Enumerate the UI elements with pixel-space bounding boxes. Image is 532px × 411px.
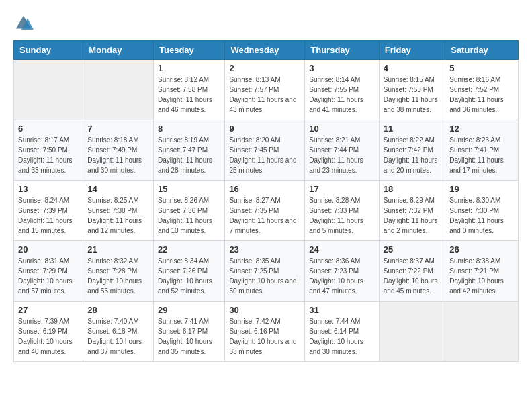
day-number: 25: [384, 244, 441, 255]
calendar-day-cell: 8Sunrise: 8:19 AMSunset: 7:47 PMDaylight…: [154, 120, 225, 181]
day-info: Sunrise: 8:29 AMSunset: 7:32 PMDaylight:…: [384, 195, 441, 236]
calendar-table: SundayMondayTuesdayWednesdayThursdayFrid…: [13, 40, 519, 362]
calendar-day-cell: 23Sunrise: 8:35 AMSunset: 7:25 PMDayligh…: [225, 241, 305, 302]
calendar-day-cell: 28Sunrise: 7:40 AMSunset: 6:18 PMDayligh…: [83, 302, 154, 362]
calendar-week-row: 6Sunrise: 8:17 AMSunset: 7:50 PMDaylight…: [14, 120, 519, 181]
day-info: Sunrise: 8:35 AMSunset: 7:25 PMDaylight:…: [229, 256, 300, 296]
day-info: Sunrise: 8:17 AMSunset: 7:50 PMDaylight:…: [18, 135, 79, 175]
day-number: 13: [18, 184, 79, 194]
day-info: Sunrise: 8:38 AMSunset: 7:21 PMDaylight:…: [449, 256, 514, 296]
weekday-header: Friday: [379, 41, 445, 60]
day-number: 19: [449, 184, 514, 194]
day-number: 17: [309, 184, 375, 194]
day-info: Sunrise: 8:15 AMSunset: 7:53 PMDaylight:…: [384, 75, 441, 115]
day-info: Sunrise: 7:42 AMSunset: 6:16 PMDaylight:…: [229, 316, 300, 357]
calendar-day-cell: 31Sunrise: 7:44 AMSunset: 6:14 PMDayligh…: [305, 302, 380, 362]
calendar-day-cell: [445, 302, 519, 362]
day-number: 15: [158, 184, 220, 194]
calendar-day-cell: 7Sunrise: 8:18 AMSunset: 7:49 PMDaylight…: [83, 120, 154, 181]
day-info: Sunrise: 8:23 AMSunset: 7:41 PMDaylight:…: [449, 135, 514, 175]
calendar-day-cell: 15Sunrise: 8:26 AMSunset: 7:36 PMDayligh…: [154, 181, 225, 241]
calendar-day-cell: 10Sunrise: 8:21 AMSunset: 7:44 PMDayligh…: [305, 120, 380, 181]
day-number: 26: [449, 244, 514, 255]
day-info: Sunrise: 8:36 AMSunset: 7:23 PMDaylight:…: [309, 256, 375, 296]
calendar-body: 1Sunrise: 8:12 AMSunset: 7:58 PMDaylight…: [14, 60, 519, 362]
calendar-day-cell: 25Sunrise: 8:37 AMSunset: 7:22 PMDayligh…: [379, 241, 445, 302]
day-number: 9: [229, 124, 300, 134]
day-number: 22: [158, 244, 220, 255]
header: [13, 13, 519, 34]
day-number: 29: [158, 305, 220, 315]
day-number: 12: [449, 124, 514, 134]
day-number: 10: [309, 124, 375, 134]
calendar-day-cell: 27Sunrise: 7:39 AMSunset: 6:19 PMDayligh…: [14, 302, 83, 362]
day-number: 16: [229, 184, 300, 194]
day-number: 30: [229, 305, 300, 315]
day-number: 6: [18, 124, 79, 134]
day-info: Sunrise: 8:26 AMSunset: 7:36 PMDaylight:…: [158, 195, 220, 236]
day-number: 24: [309, 244, 375, 255]
day-number: 14: [87, 184, 149, 194]
day-number: 8: [158, 124, 220, 134]
day-info: Sunrise: 8:32 AMSunset: 7:28 PMDaylight:…: [87, 256, 149, 296]
calendar-day-cell: 14Sunrise: 8:25 AMSunset: 7:38 PMDayligh…: [83, 181, 154, 241]
day-info: Sunrise: 8:24 AMSunset: 7:39 PMDaylight:…: [18, 195, 79, 236]
day-number: 23: [229, 244, 300, 255]
calendar-week-row: 13Sunrise: 8:24 AMSunset: 7:39 PMDayligh…: [14, 181, 519, 241]
day-number: 3: [309, 63, 375, 73]
calendar-day-cell: [14, 60, 83, 120]
day-info: Sunrise: 8:16 AMSunset: 7:52 PMDaylight:…: [449, 75, 514, 115]
calendar-day-cell: [83, 60, 154, 120]
day-number: 28: [87, 305, 149, 315]
day-number: 5: [449, 63, 514, 73]
calendar-day-cell: 3Sunrise: 8:14 AMSunset: 7:55 PMDaylight…: [305, 60, 380, 120]
day-number: 2: [229, 63, 300, 73]
day-info: Sunrise: 7:44 AMSunset: 6:14 PMDaylight:…: [309, 316, 375, 357]
calendar-week-row: 1Sunrise: 8:12 AMSunset: 7:58 PMDaylight…: [14, 60, 519, 120]
day-number: 11: [384, 124, 441, 134]
calendar-day-cell: 30Sunrise: 7:42 AMSunset: 6:16 PMDayligh…: [225, 302, 305, 362]
day-info: Sunrise: 8:18 AMSunset: 7:49 PMDaylight:…: [87, 135, 149, 175]
weekday-header: Monday: [83, 41, 154, 60]
calendar-day-cell: 2Sunrise: 8:13 AMSunset: 7:57 PMDaylight…: [225, 60, 305, 120]
day-info: Sunrise: 8:14 AMSunset: 7:55 PMDaylight:…: [309, 75, 375, 115]
calendar-day-cell: 24Sunrise: 8:36 AMSunset: 7:23 PMDayligh…: [305, 241, 380, 302]
calendar-day-cell: 4Sunrise: 8:15 AMSunset: 7:53 PMDaylight…: [379, 60, 445, 120]
day-info: Sunrise: 8:30 AMSunset: 7:30 PMDaylight:…: [449, 195, 514, 236]
day-number: 27: [18, 305, 79, 315]
weekday-header: Wednesday: [225, 41, 305, 60]
day-number: 20: [18, 244, 79, 255]
day-info: Sunrise: 8:31 AMSunset: 7:29 PMDaylight:…: [18, 256, 79, 296]
calendar-day-cell: 19Sunrise: 8:30 AMSunset: 7:30 PMDayligh…: [445, 181, 519, 241]
logo: [13, 13, 36, 34]
day-info: Sunrise: 8:13 AMSunset: 7:57 PMDaylight:…: [229, 75, 300, 115]
calendar-day-cell: 20Sunrise: 8:31 AMSunset: 7:29 PMDayligh…: [14, 241, 83, 302]
day-info: Sunrise: 8:27 AMSunset: 7:35 PMDaylight:…: [229, 195, 300, 236]
day-info: Sunrise: 8:12 AMSunset: 7:58 PMDaylight:…: [158, 75, 220, 115]
weekday-header: Tuesday: [154, 41, 225, 60]
calendar-week-row: 20Sunrise: 8:31 AMSunset: 7:29 PMDayligh…: [14, 241, 519, 302]
calendar-day-cell: 18Sunrise: 8:29 AMSunset: 7:32 PMDayligh…: [379, 181, 445, 241]
calendar-day-cell: 6Sunrise: 8:17 AMSunset: 7:50 PMDaylight…: [14, 120, 83, 181]
day-info: Sunrise: 8:34 AMSunset: 7:26 PMDaylight:…: [158, 256, 220, 296]
day-info: Sunrise: 7:39 AMSunset: 6:19 PMDaylight:…: [18, 316, 79, 357]
calendar-day-cell: 9Sunrise: 8:20 AMSunset: 7:45 PMDaylight…: [225, 120, 305, 181]
weekday-row: SundayMondayTuesdayWednesdayThursdayFrid…: [14, 41, 519, 60]
calendar-day-cell: 5Sunrise: 8:16 AMSunset: 7:52 PMDaylight…: [445, 60, 519, 120]
calendar-week-row: 27Sunrise: 7:39 AMSunset: 6:19 PMDayligh…: [14, 302, 519, 362]
calendar-day-cell: 17Sunrise: 8:28 AMSunset: 7:33 PMDayligh…: [305, 181, 380, 241]
day-number: 1: [158, 63, 220, 73]
weekday-header: Thursday: [305, 41, 380, 60]
weekday-header: Sunday: [14, 41, 83, 60]
day-info: Sunrise: 8:20 AMSunset: 7:45 PMDaylight:…: [229, 135, 300, 175]
calendar-day-cell: 21Sunrise: 8:32 AMSunset: 7:28 PMDayligh…: [83, 241, 154, 302]
calendar-day-cell: 22Sunrise: 8:34 AMSunset: 7:26 PMDayligh…: [154, 241, 225, 302]
weekday-header: Saturday: [445, 41, 519, 60]
calendar-day-cell: 12Sunrise: 8:23 AMSunset: 7:41 PMDayligh…: [445, 120, 519, 181]
calendar-day-cell: 11Sunrise: 8:22 AMSunset: 7:42 PMDayligh…: [379, 120, 445, 181]
logo-icon: [13, 13, 34, 34]
day-info: Sunrise: 7:41 AMSunset: 6:17 PMDaylight:…: [158, 316, 220, 357]
calendar-day-cell: 1Sunrise: 8:12 AMSunset: 7:58 PMDaylight…: [154, 60, 225, 120]
day-number: 18: [384, 184, 441, 194]
day-info: Sunrise: 8:22 AMSunset: 7:42 PMDaylight:…: [384, 135, 441, 175]
